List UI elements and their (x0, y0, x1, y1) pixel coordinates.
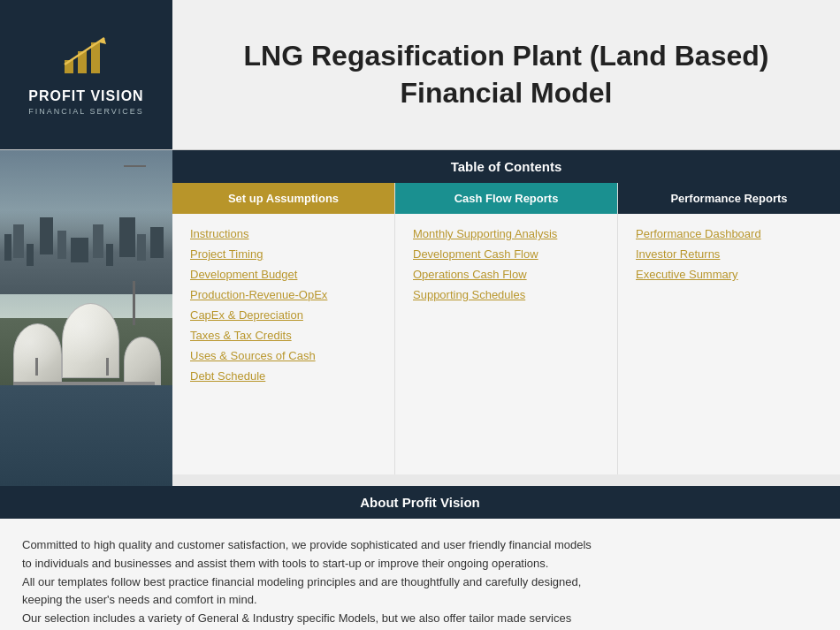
logo-panel: PROFIT VISION FINANCIAL SERVICES (0, 0, 172, 149)
about-line3: All our templates follow best practice f… (22, 573, 818, 592)
link-performance-dashboard[interactable]: Performance Dashboard (636, 227, 822, 240)
about-content: Committed to high quality and customer s… (0, 519, 840, 630)
toc-header: Table of Contents (172, 150, 840, 183)
logo-sub-text: FINANCIAL SERVICES (28, 107, 144, 116)
scene (0, 150, 172, 486)
main-title: LNG Regasification Plant (Land Based) Fi… (244, 38, 769, 111)
link-instructions[interactable]: Instructions (190, 227, 377, 240)
toc-column-performance: Performance Reports Performance Dashboar… (618, 183, 840, 474)
toc-column-cashflow: Cash Flow Reports Monthly Supporting Ana… (395, 183, 618, 474)
about-line1: Committed to high quality and customer s… (22, 536, 818, 555)
toc-column-setup: Set up Assumptions Instructions Project … (172, 183, 395, 474)
link-supporting-schedules[interactable]: Supporting Schedules (413, 288, 599, 301)
top-header: PROFIT VISION FINANCIAL SERVICES LNG Reg… (0, 0, 840, 150)
link-debt-schedule[interactable]: Debt Schedule (190, 369, 377, 383)
link-taxes-credits[interactable]: Taxes & Tax Credits (190, 329, 377, 342)
about-section: About Profit Vision Committed to high qu… (0, 486, 840, 630)
link-uses-sources[interactable]: Uses & Sources of Cash (190, 349, 377, 362)
toc-columns: Set up Assumptions Instructions Project … (172, 183, 840, 474)
link-production-revenue[interactable]: Production-Revenue-OpEx (190, 288, 377, 301)
logo-icon (60, 34, 113, 81)
col-header-cashflow: Cash Flow Reports (395, 183, 617, 214)
link-development-budget[interactable]: Development Budget (190, 268, 377, 281)
logo-main-text: PROFIT VISION (28, 88, 143, 104)
link-project-timing[interactable]: Project Timing (190, 247, 377, 261)
link-investor-returns[interactable]: Investor Returns (636, 247, 822, 261)
image-panel (0, 150, 172, 486)
col-header-performance: Performance Reports (618, 183, 840, 214)
about-header: About Profit Vision (0, 486, 840, 519)
link-development-cashflow[interactable]: Development Cash Flow (413, 247, 599, 261)
title-panel: LNG Regasification Plant (Land Based) Fi… (172, 0, 840, 149)
link-monthly-analysis[interactable]: Monthly Supporting Analysis (413, 227, 599, 240)
main-content: Table of Contents Set up Assumptions Ins… (0, 150, 840, 486)
about-line5: Our selection includes a variety of Gene… (22, 610, 818, 628)
link-capex-depreciation[interactable]: CapEx & Depreciation (190, 308, 377, 322)
about-line2: to individuals and businesses and assist… (22, 555, 818, 573)
toc-panel: Table of Contents Set up Assumptions Ins… (172, 150, 840, 486)
link-executive-summary[interactable]: Executive Summary (636, 268, 822, 281)
col-header-setup: Set up Assumptions (172, 183, 394, 214)
link-operations-cashflow[interactable]: Operations Cash Flow (413, 268, 599, 281)
about-line4: keeping the user's needs and comfort in … (22, 591, 818, 610)
